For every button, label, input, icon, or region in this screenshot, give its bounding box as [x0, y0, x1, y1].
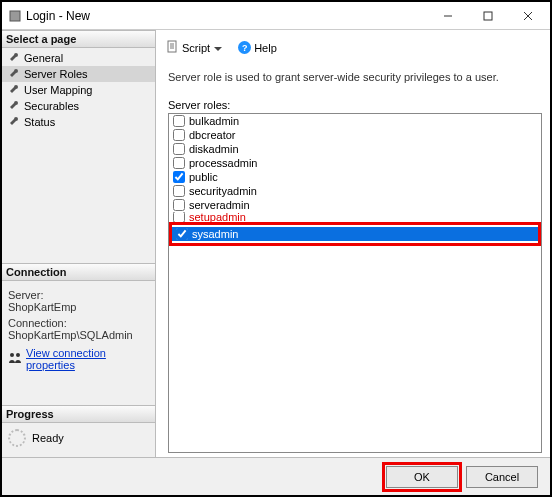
role-checkbox[interactable] — [173, 115, 185, 127]
role-checkbox[interactable] — [173, 143, 185, 155]
page-label: Securables — [24, 100, 79, 112]
role-label: serveradmin — [189, 199, 250, 211]
annotation-highlight: sysadmin — [169, 222, 541, 246]
server-roles-listbox[interactable]: bulkadmin dbcreator diskadmin processadm… — [168, 113, 542, 453]
script-label: Script — [182, 42, 210, 54]
help-icon: ? — [238, 41, 251, 54]
minimize-button[interactable] — [428, 4, 468, 28]
people-icon — [8, 352, 22, 366]
svg-rect-0 — [10, 11, 20, 21]
connection-value: ShopKartEmp\SQLAdmin — [8, 329, 149, 341]
role-public[interactable]: public — [169, 170, 541, 184]
page-status[interactable]: Status — [2, 114, 155, 130]
maximize-button[interactable] — [468, 4, 508, 28]
svg-point-6 — [16, 353, 20, 357]
chevron-down-icon — [214, 42, 222, 54]
svg-point-5 — [10, 353, 14, 357]
progress-status: Ready — [32, 432, 64, 444]
page-label: Status — [24, 116, 55, 128]
wrench-icon — [8, 99, 20, 113]
page-label: General — [24, 52, 63, 64]
role-sysadmin[interactable]: sysadmin — [172, 227, 538, 241]
help-button[interactable]: ? Help — [234, 39, 281, 56]
role-checkbox[interactable] — [173, 171, 185, 183]
role-label: processadmin — [189, 157, 257, 169]
connection-header: Connection — [2, 263, 155, 281]
close-button[interactable] — [508, 4, 548, 28]
role-label: diskadmin — [189, 143, 239, 155]
page-user-mapping[interactable]: User Mapping — [2, 82, 155, 98]
role-label: setupadmin — [189, 212, 246, 222]
wrench-icon — [8, 51, 20, 65]
page-label: Server Roles — [24, 68, 88, 80]
script-icon — [166, 40, 179, 55]
app-icon — [8, 9, 22, 23]
connection-label: Connection: — [8, 317, 149, 329]
pages-header: Select a page — [2, 30, 155, 48]
page-general[interactable]: General — [2, 50, 155, 66]
page-server-roles[interactable]: Server Roles — [2, 66, 155, 82]
wrench-icon — [8, 115, 20, 129]
cancel-button[interactable]: Cancel — [466, 466, 538, 488]
roles-label: Server roles: — [168, 99, 542, 111]
role-label: dbcreator — [189, 129, 235, 141]
role-label: sysadmin — [192, 228, 238, 240]
link-label: View connection properties — [26, 347, 149, 371]
server-label: Server: — [8, 289, 149, 301]
ok-button[interactable]: OK — [386, 466, 458, 488]
page-label: User Mapping — [24, 84, 92, 96]
progress-header: Progress — [2, 405, 155, 423]
progress-spinner-icon — [8, 429, 26, 447]
role-checkbox[interactable] — [173, 129, 185, 141]
role-label: bulkadmin — [189, 115, 239, 127]
role-diskadmin[interactable]: diskadmin — [169, 142, 541, 156]
role-dbcreator[interactable]: dbcreator — [169, 128, 541, 142]
page-description: Server role is used to grant server-wide… — [168, 71, 542, 83]
role-label: securityadmin — [189, 185, 257, 197]
role-checkbox[interactable] — [173, 199, 185, 211]
role-checkbox[interactable] — [173, 157, 185, 169]
wrench-icon — [8, 67, 20, 81]
role-processadmin[interactable]: processadmin — [169, 156, 541, 170]
script-button[interactable]: Script — [162, 38, 226, 57]
page-securables[interactable]: Securables — [2, 98, 155, 114]
role-serveradmin[interactable]: serveradmin — [169, 198, 541, 212]
main-panel: Script ? Help Server role is used to gra… — [156, 30, 550, 457]
window-title: Login - New — [26, 9, 428, 23]
role-bulkadmin[interactable]: bulkadmin — [169, 114, 541, 128]
role-label: public — [189, 171, 218, 183]
role-securityadmin[interactable]: securityadmin — [169, 184, 541, 198]
role-checkbox[interactable] — [176, 228, 188, 240]
page-list: General Server Roles User Mapping Secura… — [2, 48, 155, 132]
role-checkbox[interactable] — [173, 212, 185, 222]
server-value: ShopKartEmp — [8, 301, 149, 313]
role-setupadmin[interactable]: setupadmin — [169, 212, 541, 222]
view-connection-properties-link[interactable]: View connection properties — [8, 347, 149, 371]
help-label: Help — [254, 42, 277, 54]
svg-rect-2 — [484, 12, 492, 20]
role-checkbox[interactable] — [173, 185, 185, 197]
sidebar: Select a page General Server Roles User … — [2, 30, 156, 457]
wrench-icon — [8, 83, 20, 97]
